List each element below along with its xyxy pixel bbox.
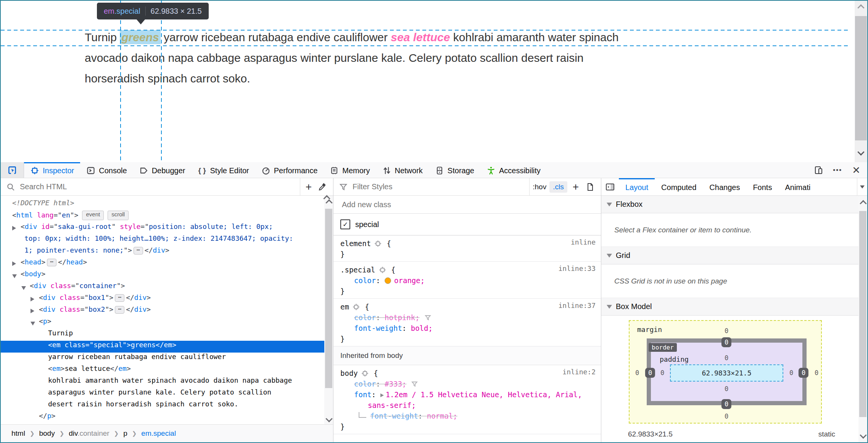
- selector-highlighter-icon[interactable]: [361, 370, 369, 377]
- markup-row[interactable]: <em>sea lettuce</em>: [1, 364, 324, 376]
- property-name[interactable]: font-weight: [354, 324, 402, 332]
- eyedropper-icon[interactable]: [318, 182, 327, 192]
- rule-selector[interactable]: .special: [340, 266, 375, 274]
- collapse-twisty-icon[interactable]: [31, 322, 35, 325]
- close-devtools-icon[interactable]: ✕: [852, 165, 860, 175]
- overridden-filter-icon[interactable]: [411, 380, 418, 388]
- property-name[interactable]: font: [354, 390, 372, 399]
- border-left-value[interactable]: 0: [645, 368, 655, 378]
- collapsed-children-ellipsis[interactable]: ⋯: [115, 294, 124, 302]
- color-swatch[interactable]: [385, 277, 391, 284]
- scroll-up-arrow[interactable]: [857, 4, 864, 11]
- pseudo-class-toggle[interactable]: :hov: [530, 181, 549, 193]
- rule-selector[interactable]: element: [340, 239, 371, 248]
- devtools-tab-network[interactable]: Network: [376, 162, 429, 178]
- scrollbar-thumb[interactable]: [325, 209, 332, 388]
- layout-scrollbar[interactable]: [858, 196, 867, 442]
- markup-row[interactable]: kohlrabi amaranth water spinach avocado …: [1, 376, 324, 388]
- property-value[interactable]: #333;: [385, 380, 406, 388]
- property-value[interactable]: 1.2em / 1.5 Helvetica Neue, Helvetica, A…: [386, 390, 582, 399]
- markup-row[interactable]: yarrow ricebean rutabaga endive cauliflo…: [1, 353, 324, 364]
- property-value[interactable]: orange;: [394, 276, 425, 285]
- markup-row[interactable]: <div class="container">: [1, 282, 324, 293]
- responsive-design-mode-icon[interactable]: [814, 166, 823, 175]
- markup-row[interactable]: desert raisin horseradish spinach carrot…: [1, 400, 324, 412]
- devtools-tab-debugger[interactable]: Debugger: [133, 162, 192, 178]
- markup-row-selected[interactable]: <em class="special">greens</em>: [1, 341, 324, 353]
- markup-row[interactable]: <div class="box1">⋯</div>: [1, 293, 324, 305]
- scroll-down-arrow[interactable]: [325, 415, 332, 422]
- panel-splitter-left[interactable]: [333, 178, 333, 442]
- rule-source-link[interactable]: inline: [571, 238, 596, 246]
- devtools-tab-console[interactable]: Console: [80, 162, 133, 178]
- markup-scrollbar[interactable]: [324, 196, 333, 424]
- breadcrumb-item-body[interactable]: body: [39, 429, 55, 438]
- collapsed-children-ellipsis[interactable]: ⋯: [134, 247, 143, 255]
- sidebar-tab-animati[interactable]: Animati: [778, 178, 817, 195]
- add-new-class-row[interactable]: [333, 196, 601, 214]
- css-declaration[interactable]: color: #333;: [333, 379, 601, 389]
- css-declaration[interactable]: font-weight: bold;: [333, 323, 601, 333]
- collapsed-children-ellipsis[interactable]: ⋯: [115, 306, 124, 314]
- markup-row[interactable]: </p>: [1, 412, 324, 424]
- margin-right-value[interactable]: 0: [815, 369, 818, 377]
- markup-row[interactable]: asparagus winter purslane kale. Celery p…: [1, 388, 324, 400]
- panel-splitter-right[interactable]: [601, 178, 601, 442]
- collapse-twisty-icon[interactable]: [12, 274, 17, 278]
- devtools-tab-memory[interactable]: Memory: [324, 162, 376, 178]
- expand-twisty-icon[interactable]: [12, 226, 16, 230]
- css-declaration[interactable]: color: orange;: [333, 275, 601, 286]
- rule-source-link[interactable]: inline:37: [558, 301, 596, 309]
- rule-source-link[interactable]: inline:33: [558, 264, 596, 272]
- new-stylesheet-icon[interactable]: [586, 182, 595, 192]
- page-scrollbar[interactable]: [855, 1, 867, 162]
- border-bottom-value[interactable]: 0: [721, 399, 731, 409]
- markup-row[interactable]: 1; pointer-events: none;">⋯</div>: [1, 246, 324, 258]
- section-header-box-model[interactable]: Box Model: [601, 298, 867, 316]
- filter-styles-input[interactable]: [352, 182, 529, 192]
- collapse-twisty-icon[interactable]: [21, 286, 26, 290]
- markup-row[interactable]: <!DOCTYPE html>: [1, 199, 324, 211]
- css-declaration[interactable]: font: 1.2em / 1.5 Helvetica Neue, Helvet…: [333, 389, 601, 400]
- property-name[interactable]: color: [354, 313, 376, 322]
- class-toggle-button[interactable]: .cls: [549, 181, 567, 193]
- rule-selector[interactable]: body: [340, 369, 358, 377]
- margin-bottom-value[interactable]: 0: [725, 412, 728, 420]
- scroll-down-arrow[interactable]: [860, 432, 866, 438]
- markup-row[interactable]: <div class="box2">⋯</div>: [1, 305, 324, 317]
- search-html-input[interactable]: [19, 182, 300, 192]
- property-name[interactable]: color: [354, 380, 376, 388]
- pick-element-button[interactable]: [1, 162, 24, 178]
- rule-source-link[interactable]: inline:2: [562, 368, 596, 376]
- all-tabs-dropdown-icon[interactable]: [857, 178, 867, 195]
- scrollbar-thumb[interactable]: [859, 211, 866, 417]
- sidebar-tab-computed[interactable]: Computed: [655, 178, 703, 195]
- expand-twisty-icon[interactable]: [31, 309, 34, 313]
- css-declaration[interactable]: color: hotpink;: [333, 312, 601, 323]
- collapsed-children-ellipsis[interactable]: ⋯: [47, 259, 56, 266]
- devtools-tab-performance[interactable]: Performance: [255, 162, 324, 178]
- padding-top-value[interactable]: 0: [725, 354, 728, 362]
- selector-highlighter-icon[interactable]: [374, 240, 382, 247]
- padding-right-value[interactable]: 0: [789, 369, 793, 377]
- devtools-tab-accessibility[interactable]: Accessibility: [480, 162, 547, 178]
- three-pane-toggle-icon[interactable]: [601, 178, 619, 195]
- add-rule-button[interactable]: +: [567, 181, 584, 193]
- expand-twisty-icon[interactable]: [12, 261, 16, 266]
- selector-highlighter-icon[interactable]: [379, 266, 386, 274]
- markup-row[interactable]: Turnip: [1, 329, 324, 341]
- expand-twisty-icon[interactable]: [31, 297, 34, 301]
- customize-devtools-icon[interactable]: •••: [833, 166, 842, 174]
- overridden-filter-icon[interactable]: [424, 314, 432, 321]
- property-value[interactable]: hotpink;: [385, 313, 420, 322]
- section-header-grid[interactable]: Grid: [601, 247, 867, 264]
- scrollbar-thumb[interactable]: [855, 16, 867, 140]
- padding-bottom-value[interactable]: 0: [725, 385, 728, 393]
- sidebar-tab-changes[interactable]: Changes: [703, 178, 746, 195]
- sidebar-tab-layout[interactable]: Layout: [619, 178, 655, 195]
- class-checkbox[interactable]: ✓: [340, 219, 350, 229]
- property-value[interactable]: bold;: [411, 324, 433, 332]
- add-node-button[interactable]: +: [300, 181, 317, 193]
- devtools-tab-inspector[interactable]: Inspector: [24, 162, 80, 178]
- add-new-class-input[interactable]: [341, 200, 601, 209]
